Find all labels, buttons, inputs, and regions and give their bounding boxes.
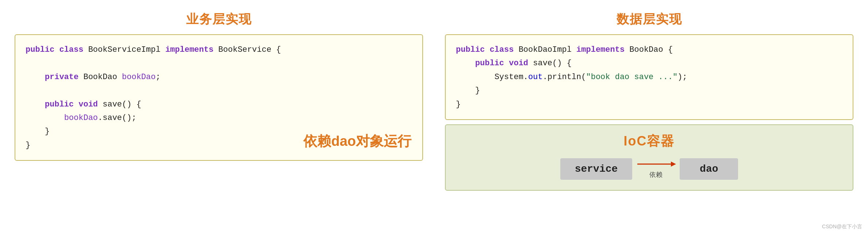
kw-public-4: public <box>475 59 509 68</box>
indent-r1 <box>456 59 475 68</box>
close-paren: ); <box>677 73 687 82</box>
ioc-title: IoC容器 <box>624 132 675 150</box>
right-panel-title: 数据层实现 <box>617 11 682 28</box>
overlay-label: 依赖dao对象运行 <box>303 129 411 153</box>
svg-marker-1 <box>671 162 676 167</box>
close-brace-1: } <box>26 127 50 136</box>
main-container: 业务层实现 public class BookServiceImpl imple… <box>0 0 868 233</box>
left-panel-title: 业务层实现 <box>186 11 252 28</box>
method-save-1: save() { <box>103 100 141 109</box>
arrow-line <box>636 159 676 170</box>
println: .println( <box>543 73 586 82</box>
left-code-block: public class BookServiceImpl implements … <box>15 34 423 161</box>
right-panel: 数据层实现 public class BookDaoImpl implement… <box>445 11 853 191</box>
right-code-block: public class BookDaoImpl implements Book… <box>445 34 853 120</box>
close-r2: } <box>456 100 461 109</box>
indent-r2 <box>456 73 495 82</box>
right-top: public class BookDaoImpl implements Book… <box>445 34 853 120</box>
close-r1: } <box>456 86 480 95</box>
system-out: System. <box>495 73 528 82</box>
watermark: CSDN@在下小言 <box>822 224 862 230</box>
type-bookdao: BookDao <box>83 73 122 82</box>
left-panel: 业务层实现 public class BookServiceImpl imple… <box>15 11 423 161</box>
kw-class-2: class <box>489 45 518 54</box>
semicolon-1: ; <box>155 73 160 82</box>
string-val: "book dao save ..." <box>586 73 677 82</box>
kw-out: out <box>528 73 543 82</box>
kw-public-3: public <box>456 45 489 54</box>
classname-1: BookServiceImpl <box>88 45 165 54</box>
kw-public-1: public <box>26 45 59 54</box>
kw-implements-1: implements <box>165 45 218 54</box>
kw-private: private <box>45 73 84 82</box>
interface-2: BookDao { <box>629 45 673 54</box>
ioc-row: service 依赖 dao <box>457 158 842 180</box>
service-box: service <box>560 158 633 180</box>
kw-void-1: void <box>78 100 103 109</box>
dot-save: .save(); <box>98 113 137 123</box>
method-call-bookdao: bookDao <box>64 113 98 123</box>
arrow-label: 依赖 <box>649 170 662 179</box>
dao-box: dao <box>680 158 738 180</box>
kw-public-2: public <box>45 100 78 109</box>
classname-2: BookDaoImpl <box>519 45 576 54</box>
kw-void-2: void <box>509 59 533 68</box>
indent-2 <box>26 100 45 109</box>
indent-3 <box>26 113 64 123</box>
kw-class-1: class <box>59 45 88 54</box>
interface-1: BookService { <box>218 45 281 54</box>
kw-implements-2: implements <box>576 45 629 54</box>
close-brace-2: } <box>26 141 30 150</box>
indent-1 <box>26 73 45 82</box>
method-save-2: save() { <box>533 59 572 68</box>
ioc-container-box: IoC容器 service 依赖 dao <box>445 124 853 191</box>
arrow-container: 依赖 <box>636 159 676 179</box>
field-bookdao: bookDao <box>122 73 155 82</box>
dependency-arrow <box>636 159 676 170</box>
